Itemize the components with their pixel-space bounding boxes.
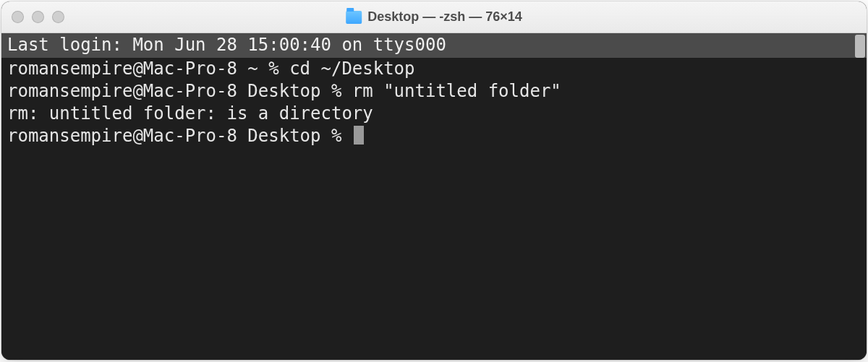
window-title-group: Desktop — -zsh — 76×14 [346, 9, 522, 25]
cursor-icon [354, 126, 364, 145]
zoom-window-button[interactable] [52, 11, 64, 23]
close-window-button[interactable] [12, 11, 24, 23]
window-controls [12, 11, 64, 23]
window-title: Desktop — -zsh — 76×14 [367, 9, 522, 25]
folder-icon [346, 11, 362, 24]
titlebar[interactable]: Desktop — -zsh — 76×14 [1, 1, 867, 33]
minimize-window-button[interactable] [32, 11, 44, 23]
scrollbar-thumb[interactable] [855, 35, 865, 58]
prompt-text: romansempire@Mac-Pro-8 Desktop % [7, 126, 352, 146]
terminal-line: rm: untitled folder: is a directory [1, 103, 867, 125]
terminal-prompt-line: romansempire@Mac-Pro-8 Desktop % [1, 125, 867, 147]
terminal-body[interactable]: Last login: Mon Jun 28 15:00:40 on ttys0… [1, 33, 867, 360]
scrollbar[interactable] [855, 33, 865, 360]
terminal-line: romansempire@Mac-Pro-8 Desktop % rm "unt… [1, 80, 867, 103]
terminal-window: Desktop — -zsh — 76×14 Last login: Mon J… [1, 1, 867, 360]
last-login-line: Last login: Mon Jun 28 15:00:40 on ttys0… [1, 33, 867, 58]
terminal-line: romansempire@Mac-Pro-8 ~ % cd ~/Desktop [1, 58, 867, 80]
